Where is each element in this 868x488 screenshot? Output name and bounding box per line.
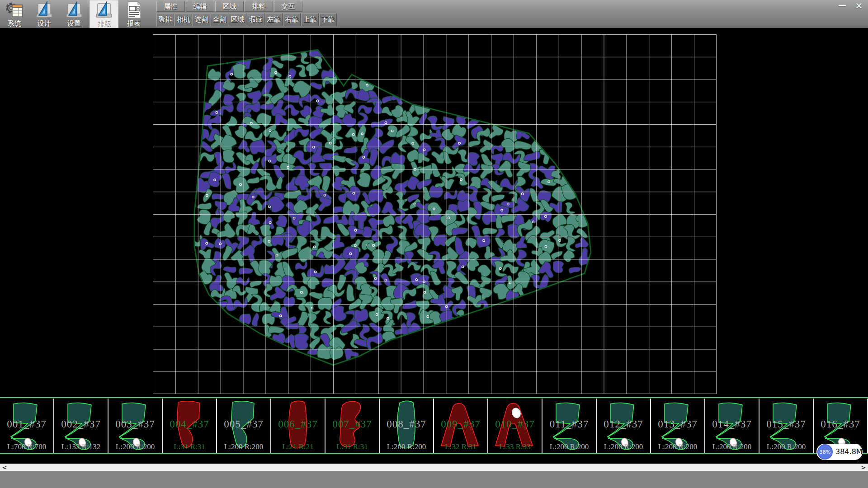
piece-thumbnail-013[interactable]: 013_#37 L:200 R:200 [651, 399, 705, 453]
piece-thumbnail-003[interactable]: 003_#37 L:200 R:200 [108, 399, 163, 453]
piece-thumbnail-002[interactable]: 002_#37 L:132 R:132 [54, 399, 108, 453]
piece-thumbnail-strip: 001_#37 L:700 R:700 002_#37 L:132 R:132 … [0, 399, 868, 453]
close-button[interactable]: ✕ [852, 1, 866, 11]
piece-shape-preview [597, 399, 651, 452]
tab-system[interactable]: 系统 [0, 0, 29, 28]
piece-shape-preview [542, 399, 597, 452]
piece-shape-preview [380, 399, 434, 452]
report-doc-icon [124, 1, 143, 19]
piece-shape-preview [651, 399, 705, 452]
titlebar: 系统 设计 设置 [0, 0, 868, 28]
piece-shape-preview [326, 399, 380, 452]
window-controls: — ✕ [835, 1, 866, 11]
piece-shape-preview [271, 399, 326, 452]
tool-cluster-nest[interactable]: 聚排 [156, 13, 174, 26]
menubar: 属性 编辑 区域 排料 交互 [156, 1, 302, 12]
tool-camera[interactable]: 相机 [175, 13, 192, 26]
nesting-canvas[interactable] [0, 28, 868, 398]
piece-thumbnail-012[interactable]: 012_#37 L:200 R:200 [597, 399, 651, 453]
main-toolbar: 系统 设计 设置 [0, 0, 149, 28]
piece-thumbnail-014[interactable]: 014_#37 L:200 R:200 [705, 399, 760, 453]
minimize-button[interactable]: — [835, 1, 849, 10]
progress-circle: 38% [817, 444, 833, 460]
tab-nesting-label: 排版 [97, 19, 111, 28]
nest-layout-svg [0, 28, 868, 398]
piece-shape-preview [760, 399, 814, 452]
piece-thumbnail-011[interactable]: 011_#37 L:200 R:200 [542, 399, 597, 453]
piece-shape-preview [217, 399, 271, 452]
tool-align-right[interactable]: 右靠 [283, 13, 301, 26]
piece-shape-preview [108, 399, 163, 452]
memory-value: 384.8M [835, 444, 863, 460]
tool-align-top[interactable]: 上靠 [301, 13, 319, 26]
tool-cut-all[interactable]: 全割 [211, 13, 228, 26]
separator-line [0, 396, 868, 396]
piece-thumbnail-001[interactable]: 001_#37 L:700 R:700 [0, 399, 54, 453]
tab-nesting[interactable]: 排版 [90, 0, 118, 28]
piece-shape-preview [54, 399, 108, 452]
tool-row: 聚排 相机 选割 全割 区域 瑕疵 左靠 右靠 上靠 下靠 [156, 13, 337, 26]
tab-settings-label: 设置 [67, 19, 81, 28]
tab-settings[interactable]: 设置 [60, 0, 89, 28]
menu-interaction[interactable]: 交互 [274, 1, 302, 12]
tab-design[interactable]: 设计 [30, 0, 59, 28]
piece-shape-preview [0, 399, 54, 452]
menu-properties[interactable]: 属性 [156, 1, 185, 12]
piece-thumbnail-004[interactable]: 004_#37 L:31 R:31 [163, 399, 217, 453]
piece-thumbnail-015[interactable]: 015_#37 L:200 R:200 [760, 399, 814, 453]
tab-report-label: 报表 [127, 19, 141, 28]
piece-thumbnail-006[interactable]: 006_#37 L:21 R:21 [271, 399, 326, 453]
strip-top-green-line [0, 397, 868, 398]
piece-shape-preview [705, 399, 760, 452]
tool-align-bottom[interactable]: 下靠 [319, 13, 337, 26]
piece-thumbnail-007[interactable]: 007_#37 L:31 R:31 [326, 399, 380, 453]
horizontal-scrollbar[interactable]: < > [0, 464, 868, 471]
scroll-right-arrow-icon[interactable]: > [860, 464, 867, 471]
settings-ruler-icon [65, 1, 84, 19]
footer-bar [0, 471, 868, 488]
piece-shape-preview [488, 399, 542, 452]
piece-shape-preview [163, 399, 217, 452]
menu-region[interactable]: 区域 [215, 1, 244, 12]
design-ruler-icon [35, 1, 54, 19]
system-gear-icon [5, 1, 24, 19]
tool-align-left[interactable]: 左靠 [265, 13, 283, 26]
menu-edit[interactable]: 编辑 [186, 1, 214, 12]
tool-region[interactable]: 区域 [229, 13, 246, 26]
tab-system-label: 系统 [8, 19, 21, 28]
menu-nesting[interactable]: 排料 [245, 1, 273, 12]
scroll-left-arrow-icon[interactable]: < [1, 464, 8, 471]
tab-design-label: 设计 [38, 19, 51, 28]
piece-thumbnail-010[interactable]: 010_#37 L:33 R:33 [488, 399, 542, 453]
piece-thumbnail-008[interactable]: 008_#37 L:200 R:200 [380, 399, 434, 453]
piece-thumbnail-005[interactable]: 005_#37 L:200 R:200 [217, 399, 271, 453]
piece-shape-preview [434, 399, 488, 452]
tool-select-cut[interactable]: 选割 [193, 13, 210, 26]
tab-report[interactable]: 报表 [119, 0, 148, 28]
tool-defect[interactable]: 瑕疵 [247, 13, 264, 26]
memory-usage-badge: 38% 384.8M [816, 444, 863, 460]
strip-bottom-green-line [0, 453, 868, 454]
nesting-ruler-icon [94, 1, 113, 19]
piece-thumbnail-009[interactable]: 009_#37 L:32 R:31 [434, 399, 488, 453]
